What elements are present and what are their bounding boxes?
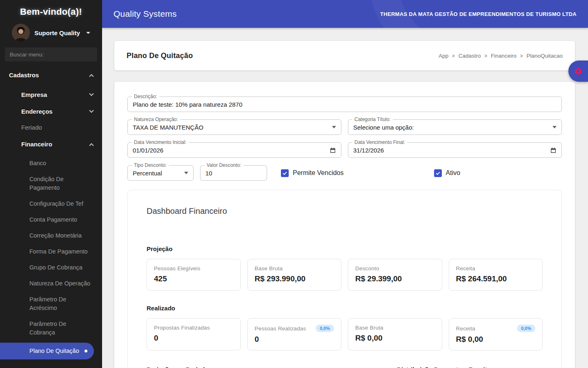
sidebar-item-forma-de-pagamento[interactable]: Forma De Pagamento — [0, 244, 102, 259]
app-window: Bem-vindo(a)! Suporte Quality — [0, 0, 588, 368]
stat-card-base-bruta-projecao: Base Bruta R$ 293.990,00 — [247, 259, 342, 291]
valor-desconto-input[interactable] — [205, 170, 262, 177]
breadcrumb: App > Cadastro > Financeiro > PlanoQuita… — [439, 53, 563, 59]
percentage-badge: 0,0% — [316, 325, 334, 332]
projecao-heading: Projeção — [147, 245, 543, 252]
chevron-up-icon — [89, 74, 94, 79]
permite-vencidos-checkbox[interactable]: Permite Vencidos — [281, 169, 344, 177]
descricao-field[interactable]: Descrição: — [127, 96, 562, 112]
data-vencimento-final-field[interactable]: Data Vencimento Final: 31/12/2026 — [348, 142, 562, 158]
stat-card-pessoas-elegiveis: Pessoas Elegíveis 425 — [147, 259, 241, 291]
sidebar-nav: Cadastros Empresa Endereços Feriado Fina… — [0, 65, 102, 359]
categoria-titulo-value: Selecione uma opção: — [353, 124, 414, 131]
username: Suporte Quality — [34, 29, 80, 36]
sidebar-item-correcao-monetaria[interactable]: Correção Monetária — [0, 228, 102, 243]
user-menu[interactable]: Suporte Quality — [4, 24, 98, 42]
stat-card-receita-realizado: Receita 0,0% R$ 0,00 — [449, 318, 543, 350]
percentage-badge: 0,0% — [517, 325, 535, 332]
chevron-right-icon: > — [452, 53, 454, 58]
tipo-desconto-value: Percentual — [133, 170, 162, 177]
chevron-down-icon — [89, 91, 94, 96]
top-bar: Quality Systems THERMAS DA MATA GESTÃO D… — [102, 0, 588, 28]
dropdown-arrow-icon — [184, 172, 188, 174]
stat-card-base-bruta-realizado: Base Bruta R$ 0,00 — [348, 318, 442, 350]
natureza-operacao-select[interactable]: Natureza Operação: TAXA DE MANUTENÇÃO — [127, 119, 341, 135]
dashboard-financeiro-card: Dashboard Financeiro Projeção Pessoas El… — [127, 190, 562, 368]
stat-card-pessoas-realizadas: Pessoas Realizadas 0,0% 0 — [247, 318, 342, 350]
menu-search — [5, 47, 97, 61]
sidebar-item-plano-de-quitacao[interactable]: Plano De Quitação — [0, 343, 94, 359]
dropdown-arrow-icon — [332, 126, 336, 128]
sidebar-item-financeiro[interactable]: Financeiro — [0, 137, 102, 152]
calendar-icon[interactable] — [330, 147, 336, 153]
chevron-right-icon: > — [485, 53, 487, 58]
sidebar-item-parametro-de-acrescimo[interactable]: Parâmetro De Acréscimo — [0, 292, 102, 316]
realizado-cards: Propostas Finalizadas 0 Pessoas Realizad… — [147, 318, 543, 350]
data-vencimento-inicial-label: Data Vencimento Inicial: — [132, 139, 189, 145]
realizado-heading: Realizado — [147, 305, 543, 312]
categoria-titulo-label: Categoria Título: — [352, 117, 393, 122]
breadcrumb-planoquitacao[interactable]: PlanoQuitacao — [526, 53, 563, 59]
dropdown-arrow-icon — [552, 126, 557, 128]
main-area: Quality Systems THERMAS DA MATA GESTÃO D… — [102, 0, 588, 368]
sidebar: Bem-vindo(a)! Suporte Quality — [0, 0, 102, 368]
calendar-icon[interactable] — [550, 147, 557, 153]
chevron-right-icon: > — [520, 53, 523, 58]
sidebar-item-banco[interactable]: Banco — [0, 156, 102, 171]
sidebar-item-grupo-de-cobranca[interactable]: Grupo De Cobrança — [0, 260, 102, 275]
categoria-titulo-select[interactable]: Categoria Título: Selecione uma opção: — [348, 119, 562, 135]
page-header-card: Plano De Quitação App > Cadastro > Finan… — [114, 41, 575, 70]
ativo-checkbox[interactable]: Ativo — [434, 169, 461, 177]
sidebar-item-cadastros[interactable]: Cadastros — [0, 67, 102, 83]
checkbox-checked-icon[interactable] — [281, 169, 289, 177]
data-vencimento-inicial-field[interactable]: Data Vencimento Inicial: 01/01/2026 — [127, 142, 341, 158]
app-title: Quality Systems — [114, 9, 177, 19]
descricao-label: Descrição: — [132, 94, 159, 99]
welcome-text: Bem-vindo(a)! — [4, 7, 98, 17]
natureza-operacao-label: Natureza Operação: — [132, 117, 180, 122]
breadcrumb-app[interactable]: App — [439, 53, 448, 59]
projecao-cards: Pessoas Elegíveis 425 Base Bruta R$ 293.… — [147, 259, 543, 291]
ativo-label: Ativo — [446, 169, 461, 177]
stat-card-receita-projecao: Receita R$ 264.591,00 — [449, 259, 543, 291]
data-vencimento-final-label: Data Vencimento Final: — [352, 139, 407, 145]
chevron-up-icon — [89, 143, 94, 148]
descricao-input[interactable] — [133, 101, 557, 108]
chart-title-projecao-por-periodo: Projeção por Período — [147, 366, 209, 368]
stat-card-desconto: Desconto R$ 29.399,00 — [348, 259, 442, 291]
sidebar-item-empresa[interactable]: Empresa — [0, 87, 102, 102]
chevron-down-icon — [86, 32, 90, 34]
plano-quitacao-form: Descrição: Natureza Operação: TAXA DE MA… — [114, 82, 575, 368]
gear-icon — [574, 67, 583, 76]
avatar[interactable] — [12, 24, 30, 42]
sidebar-item-configuracao-de-tef[interactable]: Configuração De Tef — [0, 196, 102, 211]
breadcrumb-financeiro[interactable]: Financeiro — [491, 53, 517, 59]
valor-desconto-label: Valor Desconto: — [205, 162, 243, 168]
natureza-operacao-value: TAXA DE MANUTENÇÃO — [133, 124, 203, 131]
valor-desconto-field[interactable]: Valor Desconto: — [200, 165, 267, 181]
dashboard-title: Dashboard Financeiro — [147, 206, 543, 216]
company-name: THERMAS DA MATA GESTÃO DE EMPREENDIMENTO… — [380, 11, 577, 17]
sidebar-item-natureza-de-operacao[interactable]: Natureza De Operação — [0, 276, 102, 291]
breadcrumb-cadastro[interactable]: Cadastro — [459, 53, 481, 59]
sidebar-item-condicao-de-pagamento[interactable]: Condição De Pagamento — [0, 172, 102, 195]
settings-fab-button[interactable] — [568, 61, 588, 82]
sidebar-header: Bem-vindo(a)! Suporte Quality — [0, 0, 102, 42]
active-dot-icon — [85, 350, 87, 352]
page-title: Plano De Quitação — [127, 52, 193, 60]
permite-vencidos-label: Permite Vencidos — [293, 169, 344, 177]
sidebar-item-conta-pagamento[interactable]: Conta Pagamento — [0, 212, 102, 227]
sidebar-item-feriado[interactable]: Feriado — [0, 120, 102, 135]
data-vencimento-inicial-value: 01/01/2026 — [133, 147, 163, 154]
tipo-desconto-label: Tipo Desconto: — [132, 162, 169, 168]
chart-title-distribuicao-desconto-receita: Distribuição Desconto x Receita — [397, 366, 490, 368]
chevron-down-icon — [89, 108, 94, 112]
data-vencimento-final-value: 31/12/2026 — [353, 147, 384, 154]
checkbox-checked-icon[interactable] — [434, 169, 442, 177]
sidebar-item-enderecos[interactable]: Endereços — [0, 104, 102, 119]
tipo-desconto-select[interactable]: Tipo Desconto: Percentual — [127, 165, 194, 181]
search-input[interactable] — [5, 47, 97, 61]
stat-card-propostas-finalizadas: Propostas Finalizadas 0 — [147, 318, 241, 350]
sidebar-item-parametro-de-cobranca[interactable]: Parâmetro De Cobrança — [0, 316, 102, 340]
